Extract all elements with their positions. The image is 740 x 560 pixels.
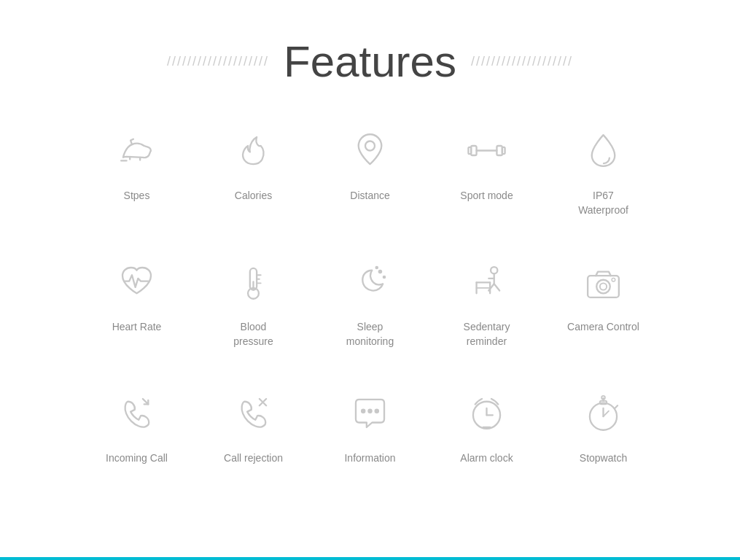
incoming-call-icon	[109, 386, 164, 440]
heart-rate-icon	[109, 254, 164, 309]
sedentary-label: Sedentaryreminder	[464, 320, 510, 349]
svg-rect-6	[502, 147, 505, 154]
svg-point-22	[596, 280, 610, 294]
call-rejection-label: Call rejection	[224, 451, 283, 466]
feature-steps: Stpes	[79, 109, 195, 240]
feature-alarm: Alarm clock	[429, 371, 545, 502]
sport-icon	[459, 123, 514, 178]
feature-information: Information	[312, 371, 429, 502]
camera-icon	[576, 254, 631, 309]
feature-heart-rate: Heart Rate	[79, 240, 195, 371]
waterproof-label: IP67Waterproof	[578, 189, 628, 217]
sedentary-icon	[459, 254, 514, 309]
camera-label: Camera Control	[567, 320, 639, 335]
incoming-call-label: Incoming Call	[106, 451, 168, 466]
svg-point-28	[362, 409, 365, 413]
feature-distance: Distance	[312, 109, 429, 240]
feature-calories: Calories	[195, 109, 312, 240]
svg-point-24	[612, 278, 615, 281]
blood-pressure-icon	[226, 254, 281, 309]
svg-point-16	[491, 267, 497, 273]
feature-blood-pressure: Bloodpressure	[195, 240, 312, 371]
svg-point-14	[383, 276, 386, 279]
feature-waterproof: IP67Waterproof	[545, 109, 662, 240]
page-title: Features	[284, 36, 456, 87]
blood-pressure-label: Bloodpressure	[233, 320, 273, 349]
deco-right: ////////////////////	[471, 54, 573, 69]
svg-point-1	[365, 141, 375, 151]
waterproof-icon	[576, 123, 631, 178]
alarm-label: Alarm clock	[460, 451, 513, 466]
svg-point-13	[379, 271, 382, 273]
feature-sleep: Sleepmonitoring	[312, 240, 429, 371]
svg-point-30	[375, 409, 378, 413]
stopwatch-label: Stopwatch	[580, 451, 627, 466]
information-icon	[343, 386, 397, 440]
deco-left: ////////////////////	[167, 54, 269, 69]
feature-incoming-call: Incoming Call	[79, 371, 195, 502]
sport-label: Sport mode	[460, 189, 513, 203]
steps-icon	[109, 123, 164, 178]
sleep-icon	[343, 254, 397, 309]
feature-camera: Camera Control	[545, 240, 662, 371]
svg-point-23	[600, 283, 607, 289]
sleep-label: Sleepmonitoring	[346, 320, 394, 349]
calories-icon	[226, 123, 281, 178]
feature-sedentary: Sedentaryreminder	[429, 240, 545, 371]
heart-rate-label: Heart Rate	[112, 320, 162, 335]
feature-sport: Sport mode	[429, 109, 545, 240]
svg-point-15	[375, 267, 378, 269]
information-label: Information	[344, 451, 395, 466]
page-header: //////////////////// Features //////////…	[167, 36, 573, 87]
features-grid: Stpes Calories Distance	[79, 109, 662, 502]
distance-label: Distance	[350, 189, 389, 203]
stopwatch-icon	[576, 386, 631, 440]
feature-call-rejection: Call rejection	[195, 371, 312, 502]
distance-icon	[343, 123, 397, 178]
alarm-icon	[459, 386, 514, 440]
steps-label: Stpes	[124, 189, 150, 203]
svg-point-29	[368, 409, 372, 413]
calories-label: Calories	[235, 189, 272, 203]
svg-rect-5	[468, 147, 471, 154]
call-rejection-icon	[226, 386, 281, 440]
feature-stopwatch: Stopwatch	[545, 371, 662, 502]
